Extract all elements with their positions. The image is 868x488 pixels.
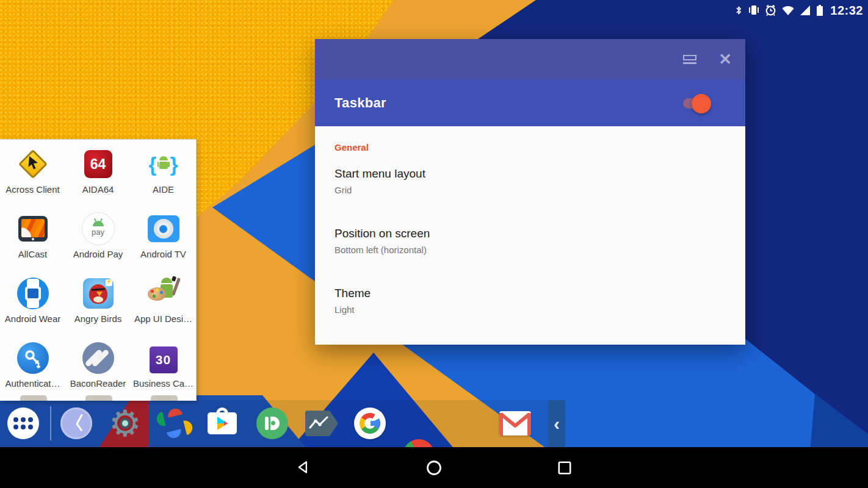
app-across-client[interactable]: Across Client — [0, 142, 65, 205]
pushbullet-icon[interactable] — [256, 407, 288, 439]
recents-button[interactable] — [540, 447, 589, 488]
bluetooth-icon — [734, 4, 743, 17]
home-button[interactable] — [410, 447, 458, 488]
chevron-left-icon: ‹ — [554, 415, 560, 433]
app-toolbar: Taskbar — [315, 79, 745, 126]
authenticator-icon — [16, 341, 50, 375]
setting-value: Light — [335, 304, 726, 315]
play-store-icon[interactable] — [208, 407, 239, 439]
android-wear-icon — [16, 276, 50, 310]
aida64-icon: 64 — [81, 147, 115, 181]
app-label: Business Ca… — [133, 378, 193, 389]
setting-title: Start menu layout — [335, 167, 726, 181]
taskbar-settings-window: ✕ Taskbar General Start menu layout Grid… — [315, 39, 745, 345]
app-android-wear[interactable]: Android Wear — [0, 271, 65, 334]
android-screen: 12:32 ✕ Taskbar General Start menu layou… — [0, 0, 868, 488]
app-title: Taskbar — [335, 95, 386, 111]
maximize-button[interactable] — [683, 55, 696, 64]
section-header-general: General — [335, 142, 726, 152]
wifi-icon — [781, 4, 795, 16]
app-app-ui-designer[interactable]: App UI Desi… — [131, 271, 196, 334]
app-aida64[interactable]: 64 AIDA64 — [65, 142, 131, 205]
app-aide[interactable]: { } AIDE — [131, 142, 196, 205]
taskbar-enable-toggle[interactable] — [683, 94, 711, 112]
allcast-icon — [16, 212, 50, 246]
clock-app-icon[interactable] — [60, 407, 92, 439]
aide-icon: { } — [146, 147, 181, 181]
start-menu-grid: Across Client 64 AIDA64 { } AIDE AllCast — [0, 139, 197, 401]
setting-value: Grid — [335, 185, 726, 195]
taskbar-divider — [50, 406, 51, 440]
alarm-icon — [764, 4, 777, 17]
status-bar: 12:32 — [734, 0, 863, 21]
app-ui-designer-icon — [146, 276, 181, 310]
business-calendar-icon: 30 — [146, 341, 181, 375]
toggle-thumb — [692, 94, 711, 113]
across-client-icon — [16, 147, 50, 181]
app-label: Across Client — [5, 184, 59, 195]
settings-list: General Start menu layout Grid Position … — [315, 126, 745, 345]
app-label: Android Pay — [73, 249, 123, 259]
app-allcast[interactable]: AllCast — [0, 207, 65, 270]
taskbar-collapse-button[interactable]: ‹ — [548, 400, 565, 447]
gmail-icon[interactable] — [499, 407, 531, 439]
setting-title: Position on screen — [335, 227, 726, 240]
navigation-bar — [0, 447, 868, 488]
settings-app-icon[interactable]: ⚙ — [109, 407, 141, 439]
app-label: Android Wear — [5, 314, 60, 324]
setting-position-on-screen[interactable]: Position on screen Bottom left (horizont… — [335, 227, 726, 255]
status-time: 12:32 — [830, 4, 863, 18]
all-apps-button[interactable] — [7, 407, 39, 439]
android-pay-icon: pay — [81, 212, 115, 246]
setting-theme[interactable]: Theme Light — [335, 287, 726, 315]
play-console-icon[interactable] — [305, 407, 337, 439]
signal-icon — [799, 4, 811, 16]
close-button[interactable]: ✕ — [718, 51, 732, 67]
app-label: Angry Birds — [74, 314, 122, 324]
back-button[interactable] — [279, 447, 328, 488]
vibrate-icon — [748, 4, 760, 17]
window-caption-bar[interactable]: ✕ — [315, 39, 745, 79]
google-photos-icon[interactable] — [159, 407, 190, 439]
android-tv-icon — [146, 212, 181, 246]
setting-start-menu-layout[interactable]: Start menu layout Grid — [335, 167, 726, 195]
app-angry-birds[interactable]: Angry Birds — [65, 271, 131, 334]
app-authenticator[interactable]: Authenticat… — [0, 336, 65, 399]
setting-value: Bottom left (horizontal) — [335, 245, 726, 255]
app-label: Android TV — [140, 249, 186, 259]
battery-icon — [816, 4, 824, 17]
angry-birds-icon — [81, 276, 115, 310]
app-android-pay[interactable]: pay Android Pay — [65, 207, 131, 270]
app-label: AllCast — [18, 249, 48, 259]
app-baconreader[interactable]: BaconReader — [65, 336, 131, 399]
baconreader-icon — [81, 341, 115, 375]
app-label: App UI Desi… — [134, 314, 192, 324]
app-business-calendar[interactable]: 30 Business Ca… — [131, 336, 196, 399]
app-label: AIDE — [153, 184, 174, 195]
app-android-tv[interactable]: Android TV — [131, 207, 196, 270]
google-app-icon[interactable] — [354, 407, 386, 439]
app-label: Authenticat… — [5, 378, 60, 389]
setting-title: Theme — [335, 287, 726, 300]
app-label: BaconReader — [70, 378, 126, 389]
app-label: AIDA64 — [82, 184, 114, 195]
